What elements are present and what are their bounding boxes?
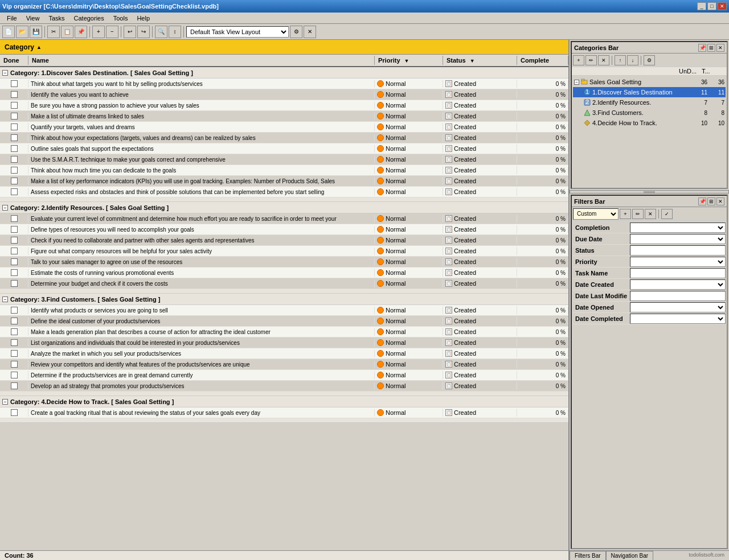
task-row-0-3[interactable]: Make a list of ultimate dreams linked to… — [0, 111, 568, 122]
category-expand-3[interactable]: − — [2, 399, 8, 405]
th-priority[interactable]: Priority ▼ — [375, 56, 443, 65]
task-checkbox-0-5[interactable] — [11, 134, 18, 141]
task-checkbox-0-1[interactable] — [11, 91, 18, 98]
tab-navigation-bar[interactable]: Navigation Bar — [606, 551, 654, 560]
cat-bar-close-button[interactable]: ✕ — [716, 44, 724, 52]
panel-divider[interactable] — [570, 190, 729, 193]
task-row-1-3[interactable]: Figure out what company resources will b… — [0, 246, 568, 257]
task-row-2-4[interactable]: Analyze the market in which you sell you… — [0, 348, 568, 359]
task-checkbox-2-6[interactable] — [11, 372, 18, 378]
layout-settings-button[interactable]: ⚙ — [290, 26, 302, 38]
layout-dropdown[interactable]: Default Task View Layout — [186, 26, 289, 38]
task-checkbox-1-2[interactable] — [11, 237, 18, 244]
cat-root-expand[interactable]: − — [574, 80, 579, 85]
task-checkbox-1-4[interactable] — [11, 258, 18, 265]
cat-add-button[interactable]: + — [573, 55, 584, 65]
menu-tools[interactable]: Tools — [109, 14, 133, 23]
task-checkbox-2-7[interactable] — [11, 382, 18, 389]
task-row-2-1[interactable]: Define the ideal customer of your produc… — [0, 316, 568, 327]
sort-button[interactable]: ↕ — [169, 26, 181, 38]
paste-button[interactable]: 📌 — [75, 26, 87, 38]
cat-down-button[interactable]: ↓ — [627, 55, 638, 65]
category-expand-0[interactable]: − — [2, 70, 8, 76]
task-row-2-5[interactable]: Review your competitors and identify wha… — [0, 359, 568, 370]
task-row-0-1[interactable]: Identify the values you want to achieve … — [0, 89, 568, 100]
category-row-0[interactable]: − Category: 1.Discover Sales Destination… — [0, 67, 568, 79]
add-task-button[interactable]: + — [92, 26, 105, 38]
menu-help[interactable]: Help — [132, 14, 154, 23]
task-checkbox-1-6[interactable] — [11, 280, 18, 287]
layout-close-button[interactable]: ✕ — [304, 26, 316, 38]
category-row-3[interactable]: − Category: 4.Decide How to Track. [ Sal… — [0, 396, 568, 407]
filter-value-7[interactable] — [630, 302, 726, 312]
cat-tree-item-2[interactable]: 2 2.Identify Resources. 7 7 — [573, 97, 726, 108]
task-row-0-6[interactable]: Outline sales goals that support the exp… — [0, 143, 568, 154]
category-expand-2[interactable]: − — [2, 297, 8, 302]
menu-categories[interactable]: Categories — [69, 14, 109, 23]
filter-apply-button[interactable]: ✓ — [661, 209, 673, 219]
cat-edit-button[interactable]: ✏ — [585, 55, 597, 65]
task-row-1-5[interactable]: Estimate the costs of running various pr… — [0, 267, 568, 278]
task-row-0-7[interactable]: Use the S.M.A.R.T. technique to make you… — [0, 154, 568, 165]
category-row-2[interactable]: − Category: 3.Find Customers. [ Sales Go… — [0, 294, 568, 305]
cat-bar-pin-button[interactable]: 📌 — [698, 44, 706, 52]
task-checkbox-0-3[interactable] — [11, 113, 18, 120]
task-checkbox-1-0[interactable] — [11, 215, 18, 222]
task-row-2-3[interactable]: List organizations and individuals that … — [0, 337, 568, 348]
task-checkbox-2-5[interactable] — [11, 361, 18, 368]
filter-value-8[interactable] — [630, 314, 726, 324]
filter-value-4[interactable] — [630, 268, 726, 278]
filter-add-button[interactable]: + — [620, 209, 631, 219]
task-checkbox-0-10[interactable] — [11, 188, 18, 195]
filter-name-dropdown[interactable]: Custom — [573, 208, 619, 220]
task-row-0-8[interactable]: Think about how much time you can dedica… — [0, 165, 568, 176]
redo-button[interactable]: ↪ — [137, 26, 150, 38]
task-checkbox-1-3[interactable] — [11, 248, 18, 254]
task-row-1-0[interactable]: Evaluate your current level of commitmen… — [0, 213, 568, 224]
task-row-3-0[interactable]: Create a goal tracking ritual that is ab… — [0, 407, 568, 418]
task-row-1-4[interactable]: Talk to your sales manager to agree on u… — [0, 257, 568, 267]
task-checkbox-1-5[interactable] — [11, 269, 18, 276]
filter-bar-pin-button[interactable]: 📌 — [698, 197, 706, 205]
filter-delete-button[interactable]: ✕ — [645, 209, 656, 219]
task-row-2-2[interactable]: Make a leads generation plan that descri… — [0, 327, 568, 337]
task-checkbox-0-4[interactable] — [11, 123, 18, 130]
task-row-0-0[interactable]: Think about what targets you want to hit… — [0, 79, 568, 89]
task-checkbox-2-2[interactable] — [11, 328, 18, 335]
filter-bar-dock-button[interactable]: ⊞ — [707, 197, 715, 205]
cat-tree-root[interactable]: − Sales Goal Setting 36 36 — [573, 77, 726, 87]
task-row-1-1[interactable]: Define types of resources you will need … — [0, 224, 568, 235]
filter-edit-button[interactable]: ✏ — [632, 209, 644, 219]
cat-tree-item-1[interactable]: 1 1.Discover Sales Destination 11 11 — [573, 87, 726, 97]
task-checkbox-2-1[interactable] — [11, 318, 18, 324]
minimize-button[interactable]: _ — [697, 2, 706, 10]
task-checkbox-0-6[interactable] — [11, 145, 18, 152]
filter-value-5[interactable] — [630, 279, 726, 290]
open-button[interactable]: 📂 — [16, 26, 28, 38]
task-checkbox-0-8[interactable] — [11, 167, 18, 174]
menu-file[interactable]: File — [2, 14, 22, 23]
save-button[interactable]: 💾 — [30, 26, 42, 38]
filter-value-0[interactable] — [630, 223, 726, 233]
filter-value-1[interactable] — [630, 234, 726, 244]
task-row-0-2[interactable]: Be sure you have a strong passion to ach… — [0, 100, 568, 111]
menu-view[interactable]: View — [22, 14, 44, 23]
task-row-0-9[interactable]: Make a list of key performance indicator… — [0, 176, 568, 187]
cat-up-button[interactable]: ↑ — [615, 55, 626, 65]
copy-button[interactable]: 📋 — [61, 26, 73, 38]
menu-tasks[interactable]: Tasks — [44, 14, 69, 23]
task-checkbox-3-0[interactable] — [11, 409, 18, 416]
new-button[interactable]: 📄 — [2, 26, 15, 38]
table-content[interactable]: − Category: 1.Discover Sales Destination… — [0, 67, 568, 550]
task-row-1-6[interactable]: Determine your budget and check if it co… — [0, 278, 568, 289]
filter-bar-close-button[interactable]: ✕ — [716, 197, 724, 205]
task-row-2-0[interactable]: Identify what products or services you a… — [0, 305, 568, 316]
filter-value-2[interactable] — [630, 245, 726, 256]
filter-value-3[interactable] — [630, 257, 726, 267]
undo-button[interactable]: ↩ — [124, 26, 136, 38]
task-row-0-4[interactable]: Quantify your targets, values and dreams… — [0, 122, 568, 133]
task-row-0-10[interactable]: Assess expected risks and obstacles and … — [0, 187, 568, 197]
cat-tree-item-4[interactable]: 4.Decide How to Track. 10 10 — [573, 118, 726, 128]
task-checkbox-2-0[interactable] — [11, 307, 18, 314]
th-status[interactable]: Status ▼ — [443, 56, 517, 65]
